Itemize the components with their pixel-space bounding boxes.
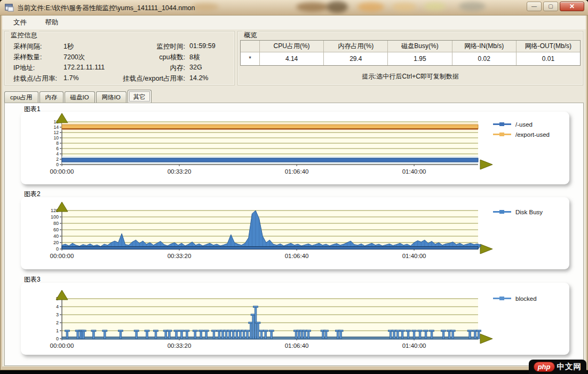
svg-text:00:00:00: 00:00:00 bbox=[50, 168, 74, 175]
overview-data-row[interactable]: * 4.14 29.4 1.95 0.02 0.01 bbox=[241, 52, 580, 65]
chart3-panel: 01234500:00:0000:33:2001:06:4001:40:00 b… bbox=[21, 283, 569, 355]
svg-text:80: 80 bbox=[53, 221, 59, 226]
legend-item: /export-used bbox=[493, 129, 550, 139]
svg-text:0: 0 bbox=[56, 336, 59, 341]
cell-disk[interactable]: 1.95 bbox=[388, 52, 452, 65]
glass-blob bbox=[296, 2, 328, 12]
column-header: 网络-IN(Mb/s) bbox=[452, 41, 517, 52]
chart3-legend: blocked bbox=[493, 293, 537, 303]
svg-text:00:00:00: 00:00:00 bbox=[50, 253, 74, 259]
svg-text:20: 20 bbox=[53, 240, 59, 245]
svg-text:14: 14 bbox=[54, 124, 59, 130]
chart1-panel: 024681012141600:00:0000:33:2001:06:4001:… bbox=[21, 112, 569, 184]
glass-blob bbox=[357, 2, 384, 12]
svg-text:01:06:40: 01:06:40 bbox=[285, 168, 309, 175]
tab-other[interactable]: 其它 bbox=[128, 90, 152, 103]
minimize-button[interactable]: — bbox=[527, 2, 542, 11]
titlebar[interactable]: 当前文件:E:\软件\服务器性能监控\yums_141111_1044.nmon… bbox=[0, 0, 588, 15]
svg-text:40: 40 bbox=[53, 233, 59, 239]
glass-blob bbox=[392, 3, 416, 11]
legend-marker-export-used bbox=[493, 134, 511, 135]
field-label: IP地址: bbox=[13, 64, 35, 73]
field-label: 挂载点/占用率: bbox=[13, 74, 57, 83]
svg-text:01:40:00: 01:40:00 bbox=[402, 342, 426, 349]
svg-text:01:40:00: 01:40:00 bbox=[402, 168, 426, 175]
column-header: CPU占用(%) bbox=[260, 41, 324, 52]
glass-blob bbox=[424, 2, 446, 11]
chart1-canvas: 024681012141600:00:0000:33:2001:06:4001:… bbox=[21, 112, 569, 184]
svg-text:0: 0 bbox=[56, 162, 59, 167]
tab-memory[interactable]: 内存 bbox=[39, 91, 63, 103]
field-value: 01:59:59 bbox=[189, 42, 216, 50]
svg-text:60: 60 bbox=[53, 227, 59, 232]
field-value: 32G bbox=[189, 64, 202, 71]
tab-cpu[interactable]: cpu占用 bbox=[4, 91, 38, 103]
menu-item-help[interactable]: 帮助 bbox=[40, 15, 63, 27]
field-label: 采样数量: bbox=[13, 53, 42, 62]
svg-text:00:00:00: 00:00:00 bbox=[50, 342, 74, 349]
svg-text:6: 6 bbox=[56, 146, 59, 151]
field-label: 挂载点/export占用率: bbox=[85, 74, 185, 83]
row-marker-header bbox=[241, 41, 260, 52]
info-row: 监控信息 采样间隔: 1秒 监控时间: 01:59:59 采样数量: 7200次… bbox=[2, 29, 586, 89]
chart2-canvas: 02040608010012000:00:0000:33:2001:06:400… bbox=[21, 197, 569, 269]
close-button[interactable]: ✕ bbox=[560, 2, 584, 11]
cell-net-out[interactable]: 0.01 bbox=[517, 52, 580, 65]
overview-table: CPU占用(%) 内存占用(%) 磁盘Busy(%) 网络-IN(Mb/s) 网… bbox=[240, 40, 581, 66]
chart2-legend: Disk Busy bbox=[493, 207, 543, 217]
field-value: 7200次 bbox=[63, 53, 85, 62]
chart3-canvas: 01234500:00:0000:33:2001:06:4001:40:00 bbox=[21, 283, 569, 355]
overview-header-row: CPU占用(%) 内存占用(%) 磁盘Busy(%) 网络-IN(Mb/s) 网… bbox=[241, 41, 580, 52]
svg-text:10: 10 bbox=[54, 135, 59, 141]
svg-text:0: 0 bbox=[56, 246, 59, 252]
legend-marker-disk-busy bbox=[493, 211, 511, 213]
tab-disk-io[interactable]: 磁盘IO bbox=[65, 91, 95, 103]
menu-item-file[interactable]: 文件 bbox=[9, 15, 31, 27]
copy-hint: 提示:选中行后Ctrl+C即可复制数据 bbox=[238, 72, 583, 81]
field-label: 内存: bbox=[96, 64, 185, 73]
legend-item: blocked bbox=[493, 293, 537, 303]
column-header: 网络-OUT(Mb/s) bbox=[517, 41, 580, 52]
glass-blob bbox=[192, 3, 219, 11]
svg-text:8: 8 bbox=[56, 141, 59, 146]
app-window: 当前文件:E:\软件\服务器性能监控\yums_141111_1044.nmon… bbox=[0, 0, 588, 370]
legend-label: /-used bbox=[515, 121, 533, 128]
monitor-info-group: 监控信息 采样间隔: 1秒 监控时间: 01:59:59 采样数量: 7200次… bbox=[4, 31, 235, 85]
legend-label: Disk Busy bbox=[515, 209, 543, 215]
maximize-button[interactable]: ▢ bbox=[543, 2, 558, 11]
cell-net-in[interactable]: 0.02 bbox=[452, 52, 517, 65]
row-marker-cell[interactable]: * bbox=[241, 52, 260, 65]
svg-text:4: 4 bbox=[56, 304, 59, 309]
glass-blob bbox=[459, 2, 486, 11]
monitor-info-label: 监控信息 bbox=[9, 31, 39, 40]
watermark-text: 中文网 bbox=[557, 362, 582, 372]
php-logo: php bbox=[534, 362, 555, 372]
svg-text:01:06:40: 01:06:40 bbox=[285, 342, 309, 349]
svg-text:3: 3 bbox=[56, 312, 59, 317]
bottom-black-bar bbox=[0, 370, 588, 374]
svg-text:01:06:40: 01:06:40 bbox=[285, 253, 309, 259]
field-value: 14.2% bbox=[189, 74, 208, 82]
cell-mem[interactable]: 29.4 bbox=[324, 52, 388, 65]
chart2-panel: 02040608010012000:00:0000:33:2001:06:400… bbox=[21, 197, 569, 269]
legend-label: blocked bbox=[515, 295, 537, 302]
tab-page-other: 图表1 024681012141600:00:0000:33:2001:06:4… bbox=[4, 103, 584, 366]
legend-label: /export-used bbox=[515, 131, 550, 138]
cell-cpu[interactable]: 4.14 bbox=[260, 52, 324, 65]
legend-item: /-used bbox=[493, 119, 550, 129]
overview-group: 概览 CPU占用(%) 内存占用(%) 磁盘Busy(%) 网络-IN(Mb/s… bbox=[237, 31, 583, 85]
screen: 当前文件:E:\软件\服务器性能监控\yums_141111_1044.nmon… bbox=[0, 0, 588, 374]
overview-label: 概览 bbox=[242, 31, 259, 40]
tab-network-io[interactable]: 网络IO bbox=[96, 91, 126, 103]
legend-item: Disk Busy bbox=[493, 207, 543, 217]
column-header: 磁盘Busy(%) bbox=[388, 41, 452, 52]
svg-text:01:40:00: 01:40:00 bbox=[402, 253, 426, 259]
column-header: 内存占用(%) bbox=[324, 41, 388, 52]
watermark: php 中文网 bbox=[529, 360, 586, 374]
field-value: 8核 bbox=[189, 53, 200, 62]
legend-marker-used bbox=[493, 123, 511, 125]
window-title: 当前文件:E:\软件\服务器性能监控\yums_141111_1044.nmon bbox=[17, 4, 195, 13]
svg-text:00:33:20: 00:33:20 bbox=[168, 168, 192, 175]
glass-blob bbox=[327, 1, 348, 13]
field-label: 采样间隔: bbox=[13, 42, 42, 51]
